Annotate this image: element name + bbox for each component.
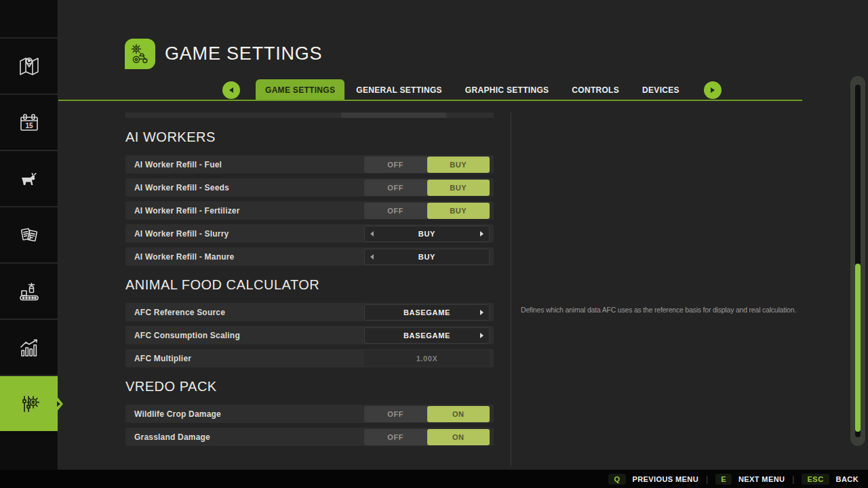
sidebar-nav: 15	[0, 0, 58, 470]
settings-sliders-icon	[17, 392, 41, 416]
sidebar-spacer	[0, 0, 58, 39]
readonly-value: 1.00X	[364, 350, 490, 367]
setting-row: AI Worker Refill - FertilizerOFFBUY	[125, 201, 494, 220]
option-selector: BASEGAME	[364, 304, 490, 321]
sidebar-item-mod-settings[interactable]	[0, 376, 58, 432]
tabs-next-button[interactable]	[704, 81, 722, 99]
selector-value: BASEGAME	[403, 331, 450, 340]
hint-label: BACK	[836, 475, 859, 483]
selector-value: BUY	[418, 230, 435, 238]
panel-divider	[511, 113, 511, 466]
selector-right-arrow-icon[interactable]	[480, 333, 484, 338]
tractor-gear-icon	[127, 41, 153, 67]
toggle-option-off[interactable]: OFF	[364, 406, 427, 422]
toggle-option-on[interactable]: ON	[427, 429, 490, 445]
setting-row: AI Worker Refill - FuelOFFBUY	[125, 155, 494, 174]
section-title: AI WORKERS	[125, 127, 494, 146]
hint-previous-menu: QPREVIOUS MENU	[608, 474, 698, 485]
chevron-left-icon	[229, 87, 233, 93]
setting-control: OFFON	[364, 406, 490, 422]
setting-label: AI Worker Refill - Fuel	[134, 160, 222, 169]
selector-left-arrow-icon[interactable]	[370, 254, 374, 260]
selector-value: BASEGAME	[403, 308, 450, 317]
tab-controls[interactable]: CONTROLS	[560, 79, 631, 100]
hint-back: ESCBACK	[802, 474, 859, 485]
tab-general-settings[interactable]: GENERAL SETTINGS	[344, 79, 454, 100]
setting-control: BUY	[364, 249, 490, 265]
setting-row: AFC Reference SourceBASEGAME	[125, 303, 494, 321]
selector-right-arrow-icon[interactable]	[480, 310, 484, 315]
tab-graphic-settings[interactable]: GRAPHIC SETTINGS	[454, 79, 560, 100]
map-icon	[17, 54, 41, 79]
hint-separator: |	[706, 474, 708, 484]
setting-control: BUY	[364, 226, 490, 242]
scrollbar-thumb[interactable]	[855, 264, 861, 432]
toggle-option-on[interactable]: ON	[427, 406, 490, 422]
setting-row: AI Worker Refill - SeedsOFFBUY	[125, 178, 494, 197]
sidebar-item-statistics[interactable]	[0, 320, 58, 376]
selector-right-arrow-icon[interactable]	[480, 231, 484, 237]
setting-row: AI Worker Refill - SlurryBUY	[125, 224, 494, 243]
section-animal-food-calculator: ANIMAL FOOD CALCULATORAFC Reference Sour…	[125, 275, 494, 367]
toggle-option-off[interactable]: OFF	[364, 203, 427, 219]
setting-label: Grassland Damage	[134, 432, 210, 442]
sidebar-item-calendar[interactable]: 15	[0, 95, 58, 151]
tab-devices[interactable]: DEVICES	[631, 79, 691, 100]
setting-control: OFFBUY	[364, 203, 490, 219]
partial-row-clipped	[125, 113, 494, 118]
scrollbar-track[interactable]	[855, 85, 861, 437]
animal-icon	[17, 167, 41, 191]
hint-label: PREVIOUS MENU	[633, 475, 699, 483]
toggle-option-buy[interactable]: BUY	[427, 203, 490, 219]
settings-list: AI WORKERSAI Worker Refill - FuelOFFBUYA…	[125, 113, 494, 451]
hint-label: NEXT MENU	[738, 475, 785, 483]
selector-value: BUY	[418, 253, 435, 261]
section-title: VREDO PACK	[125, 377, 494, 396]
setting-control: 1.00X	[364, 350, 490, 367]
toggle-option-buy[interactable]: BUY	[427, 157, 490, 173]
setting-control: OFFBUY	[364, 180, 490, 196]
sidebar-item-map[interactable]	[0, 39, 58, 95]
hint-separator: |	[792, 474, 794, 484]
toggle-group: OFFBUY	[364, 203, 490, 219]
setting-row: AFC Multiplier1.00X	[125, 349, 494, 367]
sidebar-item-finances[interactable]	[0, 207, 58, 264]
setting-row: AFC Consumption ScalingBASEGAME	[125, 326, 494, 344]
key-badge-e: E	[715, 474, 732, 485]
toggle-group: OFFBUY	[364, 157, 490, 173]
tabs-previous-button[interactable]	[222, 81, 240, 99]
option-selector: BUY	[364, 249, 490, 265]
setting-label: AFC Multiplier	[134, 354, 191, 363]
tab-game-settings[interactable]: GAME SETTINGS	[256, 79, 344, 100]
production-icon	[17, 279, 41, 304]
toggle-option-off[interactable]: OFF	[364, 157, 427, 173]
section-title: ANIMAL FOOD CALCULATOR	[125, 275, 494, 294]
partial-row-control	[341, 113, 446, 118]
option-selector: BUY	[364, 226, 490, 242]
toggle-group: OFFON	[364, 406, 490, 422]
toggle-group: OFFON	[364, 429, 490, 445]
setting-label: AI Worker Refill - Manure	[134, 252, 234, 262]
sidebar-item-production[interactable]	[0, 264, 58, 320]
toggle-option-off[interactable]: OFF	[364, 429, 427, 445]
setting-control: OFFON	[364, 429, 490, 445]
toggle-option-buy[interactable]: BUY	[427, 180, 490, 196]
setting-label: AFC Consumption Scaling	[134, 331, 240, 340]
setting-label: AI Worker Refill - Seeds	[134, 183, 229, 192]
selector-left-arrow-icon[interactable]	[370, 231, 374, 237]
calendar-icon: 15	[17, 110, 41, 135]
tabs-container: GAME SETTINGSGENERAL SETTINGSGRAPHIC SET…	[240, 79, 691, 100]
setting-row: Grassland DamageOFFON	[125, 428, 494, 446]
game-settings-app-icon	[125, 39, 155, 69]
setting-control: OFFBUY	[364, 157, 490, 173]
setting-label: Wildlife Crop Damage	[134, 409, 221, 419]
scrollbar	[850, 76, 865, 446]
toggle-option-off[interactable]: OFF	[364, 180, 427, 196]
setting-row: Wildlife Crop DamageOFFON	[125, 405, 494, 423]
key-badge-q: Q	[608, 474, 625, 485]
footer-hint-bar: QPREVIOUS MENU|ENEXT MENU|ESCBACK	[0, 470, 868, 488]
setting-label: AFC Reference Source	[134, 308, 225, 317]
sidebar-item-animals[interactable]	[0, 151, 58, 207]
toggle-group: OFFBUY	[364, 180, 490, 196]
option-selector: BASEGAME	[364, 327, 490, 344]
